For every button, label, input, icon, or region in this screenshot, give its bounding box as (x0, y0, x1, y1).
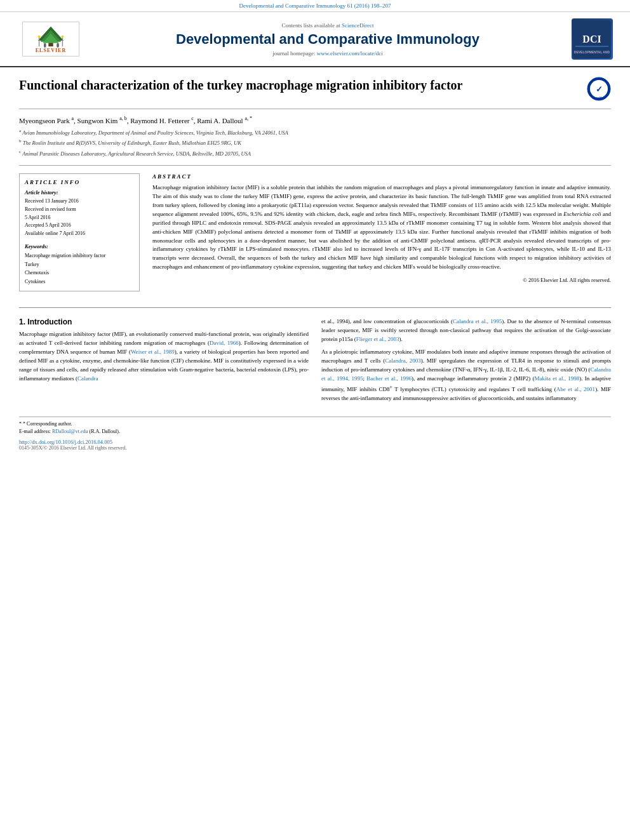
received-date: Received 13 January 2016 (25, 197, 134, 206)
main-content: Functional characterization of the turke… (0, 67, 630, 460)
revised-label: Received in revised form (25, 206, 134, 214)
abstract-text: Macrophage migration inhibitory factor (… (152, 183, 611, 272)
article-dates: Received 13 January 2016 Received in rev… (25, 197, 134, 238)
article-info-col: ARTICLE INFO Article history: Received 1… (19, 173, 140, 298)
article-title-section: Functional characterization of the turke… (19, 77, 611, 109)
elsevier-tree-icon (32, 25, 70, 48)
article-title: Functional characterization of the turke… (19, 77, 462, 93)
email-link[interactable]: RDalloul@vt.edu (52, 429, 88, 434)
contents-text: Contents lists available at (282, 22, 340, 29)
email-line: E-mail address: RDalloul@vt.edu (R.A. Da… (19, 428, 611, 436)
available-date: Available online 7 April 2016 (25, 230, 134, 238)
intro-left-col: 1. Introduction Macrophage migration inh… (19, 317, 309, 406)
accepted-date: Accepted 5 April 2016 (25, 222, 134, 230)
introduction-section: 1. Introduction Macrophage migration inh… (19, 317, 611, 406)
intro-paragraph-3: As a pleiotropic inflammatory cytokine, … (321, 348, 611, 403)
elsevier-wordmark: ELSEVIER (36, 48, 66, 53)
elsevier-logo: ELSEVIER (22, 22, 79, 57)
history-label: Article history: (25, 189, 134, 196)
ref-weiser-1989[interactable]: Weiser et al., 1989 (131, 349, 175, 355)
doi-link[interactable]: http://dx.doi.org/10.1016/j.dci.2016.04.… (19, 439, 112, 445)
keyword-1: Macrophage migration inhibitory factor (25, 251, 134, 260)
email-person: (R.A. Dalloul). (89, 429, 119, 434)
ref-david-1966[interactable]: David, 1966 (210, 340, 239, 346)
banner-text: Developmental and Comparative Immunology… (239, 3, 391, 9)
svg-rect-12 (575, 46, 608, 47)
doi-line[interactable]: http://dx.doi.org/10.1016/j.dci.2016.04.… (19, 439, 611, 445)
issn-line: 0145-305X/© 2016 Elsevier Ltd. All right… (19, 445, 611, 451)
abstract-col: ABSTRACT Macrophage migration inhibitory… (152, 173, 611, 298)
affiliation-a: a Avian Immunobiology Laboratory, Depart… (19, 128, 611, 137)
keywords-label: Keywords: (25, 243, 134, 250)
article-info-title: ARTICLE INFO (25, 179, 134, 185)
keyword-2: Turkey (25, 260, 134, 269)
affiliation-b: b The Roslin Institute and R(D)SVS, Univ… (19, 138, 611, 147)
intro-paragraph-2: et al., 1994), and low concentration of … (321, 317, 611, 344)
keyword-3: Chemotaxis (25, 269, 134, 277)
intro-right-col: et al., 1994), and low concentration of … (321, 317, 611, 406)
abstract-section: ABSTRACT Macrophage migration inhibitory… (152, 173, 611, 283)
ref-abe-2001[interactable]: Abe et al., 2001 (556, 386, 595, 392)
svg-text:DEVELOPMENTAL AND: DEVELOPMENTAL AND (574, 50, 610, 54)
svg-text:DCI: DCI (582, 34, 601, 44)
section-title: Introduction (27, 317, 72, 326)
copyright-line: © 2016 Elsevier Ltd. All rights reserved… (152, 277, 611, 283)
article-body-two-col: ARTICLE INFO Article history: Received 1… (19, 173, 611, 298)
elsevier-logo-area: ELSEVIER (13, 22, 89, 57)
ref-makita-1998[interactable]: Makita et al., 1998 (535, 375, 580, 382)
article-info-box: ARTICLE INFO Article history: Received 1… (19, 173, 140, 291)
svg-point-5 (38, 35, 41, 37)
keyword-4: Cytokines (25, 277, 134, 286)
keywords-list: Macrophage migration inhibitory factor T… (25, 251, 134, 286)
footnote-area: * * Corresponding author. E-mail address… (19, 417, 611, 451)
journal-banner: Developmental and Comparative Immunology… (0, 0, 630, 12)
section-divider (19, 307, 611, 308)
corresponding-label: * Corresponding author. (23, 421, 72, 427)
homepage-line: journal homepage: www.elsevier.com/locat… (89, 50, 566, 57)
ref-bacher-1996[interactable]: Bacher et al., 1996 (366, 375, 412, 382)
ref-calandra-2003[interactable]: Calandra, 2003 (385, 357, 421, 364)
homepage-url[interactable]: www.elsevier.com/locate/dci (317, 50, 383, 57)
svg-point-9 (57, 43, 59, 47)
svg-point-8 (44, 43, 46, 47)
journal-title-area: Contents lists available at ScienceDirec… (89, 22, 566, 57)
dci-logo-area: DCI DEVELOPMENTAL AND (566, 18, 617, 60)
homepage-label: journal homepage: (272, 50, 315, 57)
svg-text:CrossMark: CrossMark (593, 96, 605, 99)
affiliation-c: c Animal Parasitic Diseases Laboratory, … (19, 149, 611, 158)
sciencedirect-link[interactable]: ScienceDirect (342, 22, 373, 29)
journal-header: ELSEVIER Contents lists available at Sci… (0, 12, 630, 67)
svg-text:✓: ✓ (596, 84, 603, 94)
intro-heading: 1. Introduction (19, 317, 309, 326)
dci-logo: DCI DEVELOPMENTAL AND (572, 18, 613, 60)
svg-point-7 (62, 35, 64, 37)
abstract-title: ABSTRACT (152, 173, 611, 180)
affiliations: a Avian Immunobiology Laboratory, Depart… (19, 128, 611, 166)
sciencedirect-line: Contents lists available at ScienceDirec… (89, 22, 566, 29)
authors-line: Myeongseon Park a, Sungwon Kim a, b, Ray… (19, 116, 611, 124)
ref-flieger-2003[interactable]: Flieger et al., 2003 (356, 336, 399, 342)
journal-title: Developmental and Comparative Immunology (89, 31, 566, 48)
ref-calandra-1995a[interactable]: Calandra et al., 1995 (453, 318, 502, 324)
section-number: 1. (19, 317, 25, 326)
ref-calandra-left[interactable]: Calandra (77, 375, 98, 382)
revised-date: 5 April 2016 (25, 214, 134, 222)
corresponding-author-note: * * Corresponding author. (19, 420, 611, 428)
email-label: E-mail address: (19, 429, 51, 434)
crossmark-badge: ✓ CrossMark (587, 77, 611, 102)
intro-paragraph-1: Macrophage migration inhibitory factor (… (19, 330, 309, 383)
